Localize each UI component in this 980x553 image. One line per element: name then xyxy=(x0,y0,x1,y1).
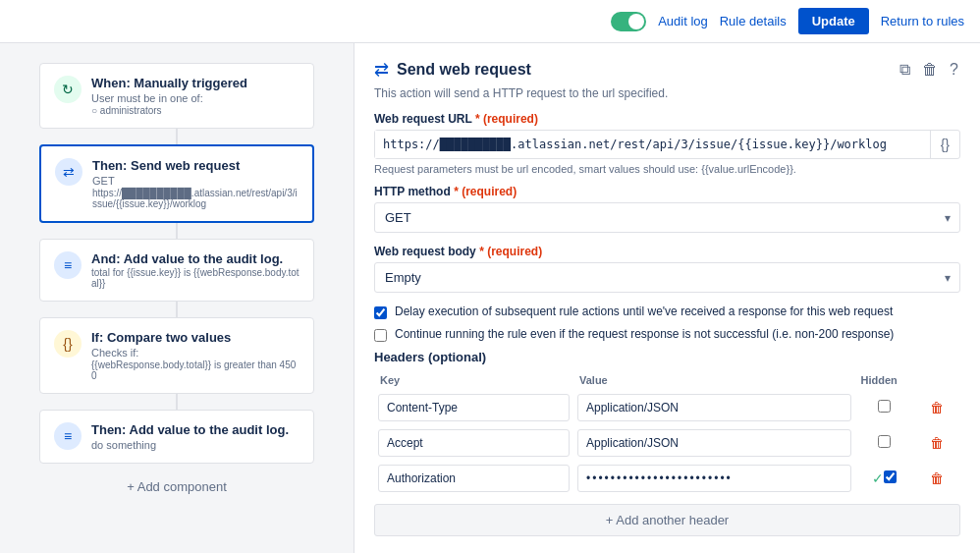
header-key-input-1[interactable] xyxy=(378,429,570,457)
card-title: Then: Send web request xyxy=(92,158,299,173)
rule-card-trigger[interactable]: ↻When: Manually triggeredUser must be in… xyxy=(39,63,314,129)
card-icon-trigger: ↻ xyxy=(54,76,82,103)
col-header-value: Value xyxy=(573,370,855,390)
continue-checkbox-row: Continue running the rule even if the re… xyxy=(374,327,960,342)
audit-log-link[interactable]: Audit log xyxy=(658,14,708,28)
card-detail: total for {{issue.key}} is {{webResponse… xyxy=(91,267,299,289)
card-icon-compare-values: {} xyxy=(54,330,82,358)
panel-title-wrap: ⇄ Send web request xyxy=(374,59,531,81)
panel-title: Send web request xyxy=(397,61,531,79)
connector-line xyxy=(176,394,178,410)
continue-checkbox[interactable] xyxy=(374,329,387,342)
col-header-hidden: Hidden xyxy=(855,370,914,390)
rule-card-add-audit-log-1[interactable]: ≡And: Add value to the audit log.total f… xyxy=(39,239,314,302)
card-detail: https://██████████.atlassian.net/rest/ap… xyxy=(92,188,299,209)
help-panel-button[interactable]: ? xyxy=(948,59,960,81)
copy-panel-button[interactable]: ⧉ xyxy=(898,59,912,81)
card-header: ≡Then: Add value to the audit log.do som… xyxy=(54,422,299,451)
card-subtitle: do something xyxy=(91,439,289,451)
header-delete-button-0[interactable]: 🗑 xyxy=(926,398,948,417)
url-template-button[interactable]: {} xyxy=(930,131,959,158)
header-hidden-checkbox-2[interactable] xyxy=(884,470,897,483)
headers-rows: 🗑🗑✓🗑 xyxy=(374,390,960,496)
connector-line xyxy=(176,302,178,317)
card-title: When: Manually triggered xyxy=(91,76,247,90)
header-value-input-1[interactable] xyxy=(577,429,851,457)
continue-label: Continue running the rule even if the re… xyxy=(395,327,894,341)
card-header: ↻When: Manually triggeredUser must be in… xyxy=(54,76,299,116)
header-key-input-0[interactable] xyxy=(378,394,570,421)
rule-card-compare-values[interactable]: {}If: Compare two valuesChecks if:{{webR… xyxy=(39,317,314,394)
panel-description: This action will send a HTTP request to … xyxy=(374,86,960,100)
card-detail: ○ administrators xyxy=(91,105,247,116)
header-value-input-0[interactable] xyxy=(577,394,851,421)
rule-card-add-audit-log-2[interactable]: ≡Then: Add value to the audit log.do som… xyxy=(39,410,314,464)
add-component-button[interactable]: + Add component xyxy=(127,479,227,494)
delay-checkbox-row: Delay execution of subsequent rule actio… xyxy=(374,304,960,319)
top-bar: Audit log Rule details Update Return to … xyxy=(0,0,980,43)
panel-header: ⇄ Send web request ⧉ 🗑 ? xyxy=(374,59,960,81)
card-title: And: Add value to the audit log. xyxy=(91,251,299,266)
rule-details-link[interactable]: Rule details xyxy=(720,14,787,28)
card-title: Then: Add value to the audit log. xyxy=(91,422,289,437)
update-button[interactable]: Update xyxy=(798,8,869,34)
add-header-button[interactable]: + Add another header xyxy=(374,504,960,536)
header-delete-button-1[interactable]: 🗑 xyxy=(926,433,948,453)
url-hint: Request parameters must be url encoded, … xyxy=(374,163,960,175)
card-subtitle: User must be in one of: xyxy=(91,92,247,104)
card-subtitle: Checks if: xyxy=(91,347,299,359)
header-key-input-2[interactable] xyxy=(378,465,570,492)
header-delete-button-2[interactable]: 🗑 xyxy=(926,469,948,488)
connector-line xyxy=(176,129,178,144)
card-icon-add-audit-log-2: ≡ xyxy=(54,422,82,450)
card-detail: {{webResponse.body.total}} is greater th… xyxy=(91,359,299,381)
delay-checkbox[interactable] xyxy=(374,306,387,319)
card-header: {}If: Compare two valuesChecks if:{{webR… xyxy=(54,330,299,381)
card-text: Then: Add value to the audit log.do some… xyxy=(91,422,289,451)
rule-card-send-web-request[interactable]: ⇄Then: Send web requestGEThttps://██████… xyxy=(39,144,314,223)
url-input-wrap: {} xyxy=(374,130,960,159)
header-hidden-checkbox-1[interactable] xyxy=(878,435,891,448)
card-icon-send-web-request: ⇄ xyxy=(55,158,82,186)
header-value-input-2[interactable] xyxy=(577,465,851,492)
header-check-icon-2: ✓ xyxy=(872,470,884,486)
http-method-select[interactable]: GET POST PUT DELETE PATCH xyxy=(374,202,960,233)
headers-section-title: Headers (optional) xyxy=(374,350,960,364)
http-method-select-wrap: GET POST PUT DELETE PATCH ▾ xyxy=(374,202,960,233)
main-layout: ↻When: Manually triggeredUser must be in… xyxy=(0,43,980,553)
web-request-body-select[interactable]: Empty Custom data xyxy=(374,262,960,293)
card-header: ≡And: Add value to the audit log.total f… xyxy=(54,251,299,289)
toggle-wrap xyxy=(611,12,646,31)
delete-panel-button[interactable]: 🗑 xyxy=(920,59,940,81)
card-text: If: Compare two valuesChecks if:{{webRes… xyxy=(91,330,299,381)
right-panel: ⇄ Send web request ⧉ 🗑 ? This action wil… xyxy=(354,43,980,553)
card-text: When: Manually triggeredUser must be in … xyxy=(91,76,247,116)
header-hidden-checkbox-0[interactable] xyxy=(878,400,891,413)
left-panel: ↻When: Manually triggeredUser must be in… xyxy=(0,43,354,553)
card-title: If: Compare two values xyxy=(91,330,299,345)
col-header-delete xyxy=(913,370,960,390)
http-method-label: HTTP method * (required) xyxy=(374,185,960,198)
card-icon-add-audit-log-1: ≡ xyxy=(54,251,82,279)
headers-table: Key Value Hidden 🗑🗑✓🗑 xyxy=(374,370,960,496)
col-header-key: Key xyxy=(374,370,573,390)
panel-actions: ⧉ 🗑 ? xyxy=(898,59,960,81)
delay-label: Delay execution of subsequent rule actio… xyxy=(395,304,893,318)
card-header: ⇄Then: Send web requestGEThttps://██████… xyxy=(55,158,299,209)
return-to-rules-link[interactable]: Return to rules xyxy=(881,14,964,28)
card-text: And: Add value to the audit log.total fo… xyxy=(91,251,299,289)
panel-send-icon: ⇄ xyxy=(374,59,389,81)
web-request-body-label: Web request body * (required) xyxy=(374,245,960,258)
enabled-toggle[interactable] xyxy=(611,12,646,31)
connector-line xyxy=(176,223,178,239)
rule-cards-container: ↻When: Manually triggeredUser must be in… xyxy=(39,63,314,464)
url-field-label: Web request URL * (required) xyxy=(374,112,960,126)
card-text: Then: Send web requestGEThttps://███████… xyxy=(92,158,299,209)
header-row-2: ✓🗑 xyxy=(374,461,960,496)
header-row-0: 🗑 xyxy=(374,390,960,425)
web-request-body-select-wrap: Empty Custom data ▾ xyxy=(374,262,960,293)
card-subtitle: GET xyxy=(92,175,299,187)
header-row-1: 🗑 xyxy=(374,425,960,461)
url-input[interactable] xyxy=(375,131,930,158)
